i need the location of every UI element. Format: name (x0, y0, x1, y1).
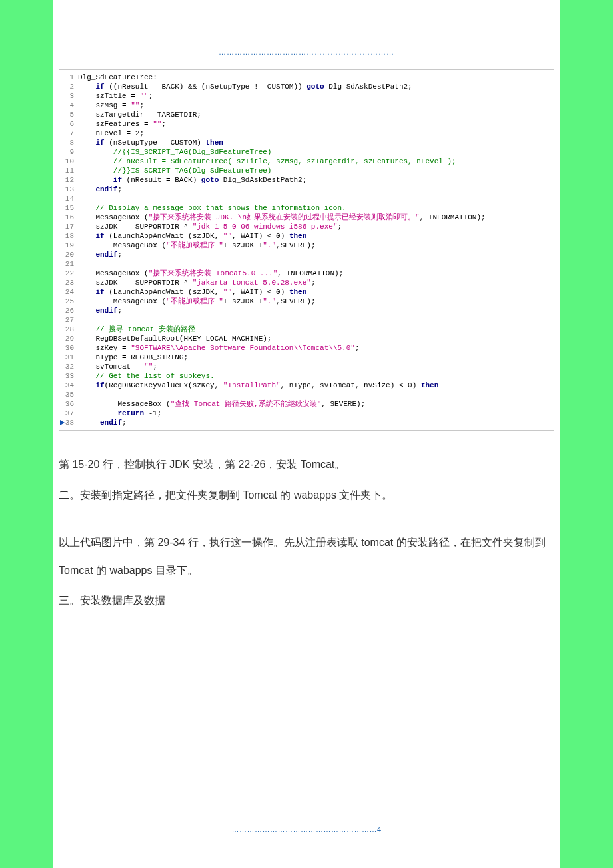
code-line: 4 szMsg = ""; (59, 101, 554, 110)
line-number: 4 (59, 101, 78, 110)
code-line: 38 endif; (59, 418, 554, 427)
code-text: szFeatures = ""; (78, 119, 554, 129)
code-text: szMsg = ""; (78, 101, 554, 110)
line-number: 1 (59, 73, 78, 82)
line-number: 15 (59, 203, 78, 213)
code-text: szTitle = ""; (78, 91, 554, 101)
line-number: 16 (59, 213, 78, 222)
code-text: return -1; (78, 409, 554, 418)
code-line: 25 MessageBox ("不能加载程序 "+ szJDK +".",SEV… (59, 297, 554, 306)
code-line: 28 // 搜寻 tomcat 安装的路径 (59, 325, 554, 334)
code-line: 16 MessageBox ("接下来系统将安装 JDK. \n如果系统在安装的… (59, 213, 554, 222)
line-number: 22 (59, 269, 78, 278)
code-line: 20 endif; (59, 250, 554, 259)
code-line: 27 (59, 315, 554, 325)
code-text: if(RegDBGetKeyValueEx(szKey, "InstallPat… (78, 381, 554, 390)
code-text: Dlg_SdFeatureTree: (78, 73, 554, 82)
code-text: endif; (78, 185, 554, 194)
code-line: 24 if (LaunchAppAndWait (szJDK, "", WAIT… (59, 287, 554, 297)
code-text: //{{IS_SCRIPT_TAG(Dlg_SdFeatureTree) (78, 147, 554, 157)
line-number: 9 (59, 147, 78, 157)
line-number: 2 (59, 82, 78, 91)
line-number: 11 (59, 166, 78, 175)
line-number: 35 (59, 390, 78, 399)
code-text: // nResult = SdFeatureTree( szTitle, szM… (78, 157, 554, 166)
code-line: 6 szFeatures = ""; (59, 119, 554, 129)
code-text (78, 390, 554, 399)
paragraph-2: 二。安装到指定路径，把文件夹复制到 Tomcat 的 wabapps 文件夹下。 (59, 481, 554, 509)
code-line: 37 return -1; (59, 409, 554, 418)
line-number: 10 (59, 157, 78, 166)
footer-page-number: …………………………………………………4 (53, 825, 560, 833)
code-text: szJDK = SUPPORTDIR ^ "jdk-1_5_0_06-windo… (78, 222, 554, 231)
code-text: // Display a message box that shows the … (78, 203, 554, 213)
line-number: 5 (59, 110, 78, 119)
line-number: 36 (59, 399, 78, 409)
code-text (78, 194, 554, 203)
code-line: 12 if (nResult = BACK) goto Dlg_SdAskDes… (59, 175, 554, 185)
code-line: 14 (59, 194, 554, 203)
line-number: 25 (59, 297, 78, 306)
code-line: 9 //{{IS_SCRIPT_TAG(Dlg_SdFeatureTree) (59, 147, 554, 157)
code-text: nLevel = 2; (78, 129, 554, 138)
line-number: 18 (59, 231, 78, 241)
paragraph-4: 三。安装数据库及数据 (59, 587, 554, 615)
code-line: 7 nLevel = 2; (59, 129, 554, 138)
line-number: 7 (59, 129, 78, 138)
line-number: 19 (59, 241, 78, 250)
code-text: // Get the list of subkeys. (78, 371, 554, 381)
code-text: if (nResult = BACK) goto Dlg_SdAskDestPa… (78, 175, 554, 185)
code-text: endif; (78, 250, 554, 259)
code-text: RegDBSetDefaultRoot(HKEY_LOCAL_MACHINE); (78, 334, 554, 343)
line-number: 26 (59, 306, 78, 315)
line-number: 8 (59, 138, 78, 147)
line-number: 37 (59, 409, 78, 418)
code-text: if (LaunchAppAndWait (szJDK, "", WAIT) <… (78, 287, 554, 297)
code-text: // 搜寻 tomcat 安装的路径 (78, 325, 554, 334)
code-line: 33 // Get the list of subkeys. (59, 371, 554, 381)
line-number: 12 (59, 175, 78, 185)
code-text: if (LaunchAppAndWait (szJDK, "", WAIT) <… (78, 231, 554, 241)
code-line: 17 szJDK = SUPPORTDIR ^ "jdk-1_5_0_06-wi… (59, 222, 554, 231)
line-number: 20 (59, 250, 78, 259)
code-line: 11 //}}IS_SCRIPT_TAG(Dlg_SdFeatureTree) (59, 166, 554, 175)
code-line: 30 szKey = "SOFTWARE\\Apache Software Fo… (59, 343, 554, 353)
line-number: 23 (59, 278, 78, 287)
document-page: ………………………………………………………… 1Dlg_SdFeatureTre… (53, 0, 560, 868)
code-line: 1Dlg_SdFeatureTree: (59, 73, 554, 82)
code-line: 5 szTargetdir = TARGETDIR; (59, 110, 554, 119)
line-number: 32 (59, 362, 78, 371)
line-number: 14 (59, 194, 78, 203)
line-number: 21 (59, 259, 78, 269)
code-line: 10 // nResult = SdFeatureTree( szTitle, … (59, 157, 554, 166)
line-number: 30 (59, 343, 78, 353)
code-text: MessageBox ("接下来系统将安装 JDK. \n如果系统在安装的过程中… (78, 213, 554, 222)
code-text: endif; (78, 418, 554, 427)
code-line: 19 MessageBox ("不能加载程序 "+ szJDK +".",SEV… (59, 241, 554, 250)
code-text: szJDK = SUPPORTDIR ^ "jakarta-tomcat-5.0… (78, 278, 554, 287)
article-body: 第 15-20 行，控制执行 JDK 安装，第 22-26，安装 Tomcat。… (53, 451, 560, 615)
line-number: 6 (59, 119, 78, 129)
line-number: 27 (59, 315, 78, 325)
line-number: 13 (59, 185, 78, 194)
code-line: 2 if ((nResult = BACK) && (nSetupType !=… (59, 82, 554, 91)
code-line: 34 if(RegDBGetKeyValueEx(szKey, "Install… (59, 381, 554, 390)
header-separator: ………………………………………………………… (53, 48, 560, 56)
code-text: nType = REGDB_STRING; (78, 353, 554, 362)
code-line: 21 (59, 259, 554, 269)
code-line: 32 svTomcat = ""; (59, 362, 554, 371)
code-line: 23 szJDK = SUPPORTDIR ^ "jakarta-tomcat-… (59, 278, 554, 287)
line-number: 17 (59, 222, 78, 231)
paragraph-3: 以上代码图片中，第 29-34 行，执行这一操作。先从注册表读取 tomcat … (59, 529, 554, 584)
code-text (78, 315, 554, 325)
code-text: if (nSetupType = CUSTOM) then (78, 138, 554, 147)
code-text: svTomcat = ""; (78, 362, 554, 371)
code-line: 31 nType = REGDB_STRING; (59, 353, 554, 362)
line-number: 29 (59, 334, 78, 343)
code-line: 13 endif; (59, 185, 554, 194)
code-text (78, 259, 554, 269)
code-text: if ((nResult = BACK) && (nSetupType != C… (78, 82, 554, 91)
code-line: 36 MessageBox ("查找 Tomcat 路径失败,系统不能继续安装"… (59, 399, 554, 409)
code-line: 22 MessageBox ("接下来系统将安装 Tomcat5.0 ...",… (59, 269, 554, 278)
line-number: 33 (59, 371, 78, 381)
